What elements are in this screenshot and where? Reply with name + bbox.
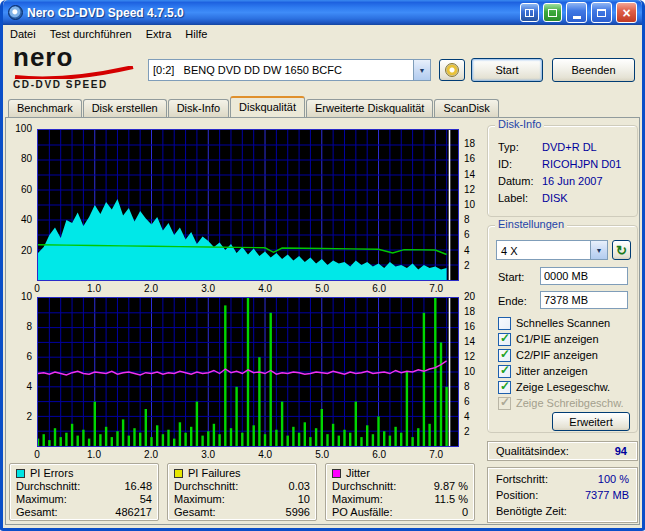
checkbox-schreibgeschw: ✓Zeige Schreibgeschw. (498, 396, 633, 410)
start-mb-input[interactable] (540, 267, 628, 285)
elapsed-time-row: Benötigte Zeit: (496, 504, 629, 519)
pi-failures-chart: 108642 2018161412108642 01.02.03.04.05.0… (7, 297, 485, 461)
disk-info-row: ID:RICOHJPN D01 (498, 157, 631, 171)
drive-select[interactable]: [0:2] BENQ DVD DD DW 1650 BCFC ▼ (148, 59, 431, 81)
speed-select[interactable]: 4 X ▼ (496, 240, 608, 260)
app-icon (8, 5, 23, 20)
quality-index-panel: Qualitätsindex: 94 (487, 441, 638, 461)
stat-value: 54 (140, 493, 152, 506)
disk-label-value: DISK (542, 192, 568, 204)
chevron-down-icon[interactable]: ▼ (590, 241, 607, 259)
maximize-button[interactable] (591, 2, 612, 23)
stat-label: Gesamt: (174, 506, 216, 519)
progress-value: 100 % (598, 472, 629, 487)
checkbox-box: ✓ (498, 381, 511, 394)
stat-row: Durchschnitt:9.87 % (326, 480, 474, 493)
stat-value: 486217 (115, 506, 152, 519)
menubar: DateiTest durchführenExtraHilfe (3, 25, 642, 45)
start-button[interactable]: Start (471, 58, 543, 82)
grid-icon (525, 9, 534, 17)
pi-errors-plot (37, 129, 459, 281)
checkbox-c2-pif[interactable]: ✓C2/PIF anzeigen (498, 348, 633, 362)
stat-row: Gesamt:5996 (168, 506, 316, 519)
check-icon: ✓ (500, 331, 510, 345)
stat-label: Maximum: (332, 493, 383, 506)
checkbox-label: C1/PIE anzeigen (516, 333, 599, 345)
titlebar[interactable]: Nero CD-DVD Speed 4.7.5.0 × (3, 0, 642, 25)
advanced-button[interactable]: Erweitert (552, 412, 630, 431)
checkbox-label: Jitter anzeigen (516, 365, 588, 377)
stat-label: Maximum: (16, 493, 67, 506)
nero-product-text: CD-DVD SPEED (13, 79, 145, 90)
stats-title-text: PI Errors (30, 467, 73, 479)
stat-row: Durchschnitt:0.03 (168, 480, 316, 493)
progress-row: Fortschritt:100 % (496, 472, 629, 487)
checkbox-label: C2/PIF anzeigen (516, 349, 598, 361)
checkbox-box: ✓ (498, 365, 511, 378)
titlebar-tool-button-2[interactable] (543, 3, 562, 22)
stat-value: 0 (462, 506, 468, 519)
tab-scandisk[interactable]: ScanDisk (434, 99, 498, 117)
end-mb-label: Ende: (498, 292, 527, 310)
diskqualitaet-panel: 10080604020 18161412108642 01.02.03.04.0… (5, 117, 640, 525)
chevron-down-icon[interactable]: ▼ (413, 60, 430, 80)
titlebar-tool-button-1[interactable] (520, 3, 539, 22)
quit-button[interactable]: Beenden (552, 58, 635, 82)
stats-title-text: Jitter (346, 467, 370, 479)
elapsed-time-label: Benötigte Zeit: (496, 505, 567, 517)
menu-hilfe[interactable]: Hilfe (178, 25, 214, 44)
disk-label-label: Label: (498, 191, 542, 205)
disk-id-value: RICOHJPN D01 (542, 158, 621, 170)
disk-date-value: 16 Jun 2007 (542, 175, 603, 187)
end-mb-input[interactable] (540, 291, 628, 309)
nero-logo: nero CD-DVD SPEED (13, 45, 145, 93)
disk-info-title: Disk-Info (495, 118, 544, 130)
close-button[interactable]: × (616, 2, 637, 23)
settings-group: Einstellungen 4 X ▼ ↻ Start: Ende: Schne… (487, 225, 638, 433)
drive-select-value: [0:2] BENQ DVD DD DW 1650 BCFC (149, 60, 413, 80)
disk-info-row: Typ:DVD+R DL (498, 140, 631, 154)
window-title: Nero CD-DVD Speed 4.7.5.0 (27, 6, 516, 20)
tab-benchmark[interactable]: Benchmark (8, 99, 82, 117)
stat-value: 10 (298, 493, 310, 506)
start-mb-label: Start: (498, 268, 524, 286)
jitter-stats: Jitter Durchschnitt:9.87 % Maximum:11.5 … (325, 463, 475, 521)
disk-type-label: Typ: (498, 140, 542, 154)
refresh-speed-button[interactable]: ↻ (612, 240, 631, 260)
speed-select-value: 4 X (497, 241, 590, 259)
tab-diskqualitaet[interactable]: Diskqualität (230, 96, 305, 117)
stat-value: 9.87 % (434, 480, 468, 493)
check-icon: ✓ (500, 347, 510, 361)
minimize-button[interactable] (566, 2, 587, 23)
stat-value: 5996 (286, 506, 310, 519)
disk-date-label: Datum: (498, 174, 542, 188)
pi-failures-right-axis: 2018161412108642 (461, 297, 485, 447)
panel-icon (548, 9, 557, 17)
stat-label: Gesamt: (16, 506, 58, 519)
checkbox-label: Zeige Lesegeschw. (516, 381, 610, 393)
tab-disk-erstellen[interactable]: Disk erstellen (83, 99, 167, 117)
check-icon: ✓ (500, 395, 510, 409)
pi-errors-right-axis: 18161412108642 (461, 129, 485, 281)
maximize-icon (597, 9, 606, 17)
stats-title-text: PI Failures (188, 467, 241, 479)
menu-extra[interactable]: Extra (139, 25, 179, 44)
tab-erweiterte-diskqualitaet[interactable]: Erweiterte Diskqualität (306, 99, 433, 117)
disk-info-row: Label:DISK (498, 191, 631, 205)
eject-disc-button[interactable] (439, 59, 465, 81)
pi-failures-svg (38, 298, 458, 446)
tab-disk-info[interactable]: Disk-Info (168, 99, 229, 117)
position-value: 7377 MB (585, 488, 629, 503)
checkbox-jitter[interactable]: ✓Jitter anzeigen (498, 364, 633, 378)
checkbox-c1-pie[interactable]: ✓C1/PIE anzeigen (498, 332, 633, 346)
check-icon: ✓ (500, 379, 510, 393)
checkbox-box: ✓ (498, 397, 511, 410)
stat-row: PO Ausfälle:0 (326, 506, 474, 519)
checkbox-lesegeschw[interactable]: ✓Zeige Lesegeschw. (498, 380, 633, 394)
pi-failures-left-axis: 108642 (7, 297, 35, 447)
checkbox-schnelles-scannen[interactable]: Schnelles Scannen (498, 316, 633, 330)
checkbox-label: Schnelles Scannen (516, 317, 610, 329)
jitter-stats-title: Jitter (326, 464, 474, 480)
pi-errors-swatch (16, 469, 25, 478)
pi-failures-x-axis: 01.02.03.04.05.06.07.0 (37, 449, 459, 461)
